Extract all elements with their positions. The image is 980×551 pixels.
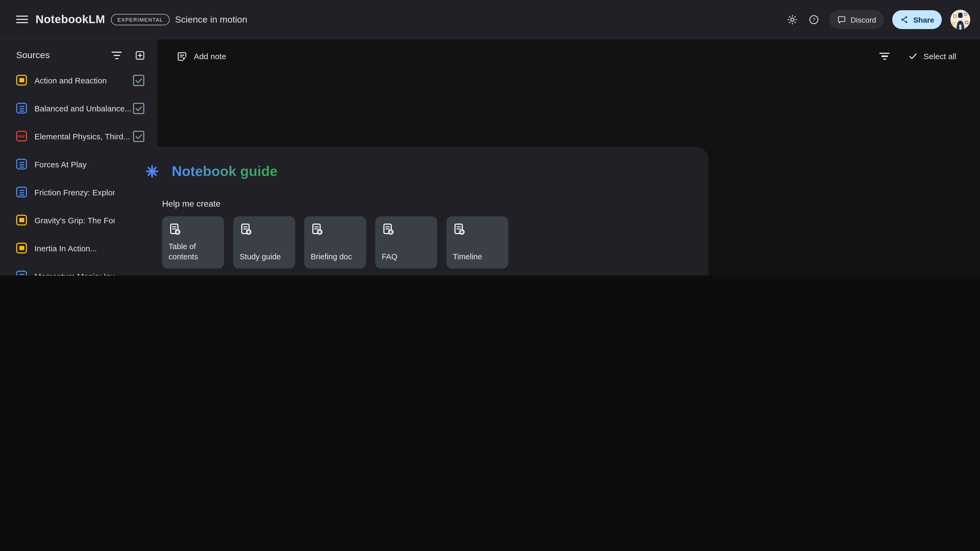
source-checkbox[interactable] [133, 103, 144, 114]
main-area: Add note Select all Notebook [157, 39, 980, 275]
source-label: Elemental Physics, Third... [35, 132, 133, 141]
create-button-label: Table of contents [169, 241, 218, 262]
sources-filter-icon[interactable] [111, 52, 122, 59]
topbar-actions: ? Discord Share [786, 0, 970, 39]
note-add-icon [453, 223, 466, 236]
svg-text:?: ? [813, 17, 816, 22]
create-button[interactable]: FAQ [375, 216, 437, 268]
chat-bubble-icon [837, 15, 846, 24]
source-type-icon [16, 159, 27, 170]
share-icon [900, 15, 909, 24]
notes-filter-icon[interactable] [879, 52, 889, 60]
source-type-icon [16, 271, 27, 275]
source-type-icon [16, 75, 27, 86]
notebook-guide-panel: Notebook guide Help me create [115, 147, 709, 275]
help-create-heading: Help me create [162, 199, 681, 209]
source-type-icon [16, 131, 27, 141]
app-logo: NotebookLM [35, 13, 105, 26]
source-type-icon [16, 103, 27, 114]
source-checkbox[interactable] [133, 75, 144, 86]
add-source-icon[interactable] [135, 50, 145, 61]
source-type-icon [16, 243, 27, 253]
source-row[interactable]: Elemental Physics, Third... [0, 122, 157, 150]
create-button-label: Briefing doc [311, 252, 360, 262]
sources-title: Sources [16, 50, 111, 61]
share-button[interactable]: Share [892, 10, 942, 29]
check-icon [908, 51, 918, 61]
create-button[interactable]: Timeline [446, 216, 508, 268]
guide-title-row: Notebook guide [145, 163, 681, 180]
avatar[interactable] [950, 10, 970, 30]
source-checkbox[interactable] [133, 130, 144, 142]
guide-spark-icon [145, 165, 159, 178]
notebooklm-app: NotebookLM EXPERIMENTAL Science in motio… [0, 0, 980, 275]
sources-header: Sources [0, 39, 157, 61]
note-add-icon [240, 223, 253, 236]
guide-title: Notebook guide [172, 163, 278, 180]
note-add-icon [382, 223, 395, 236]
create-button-label: Timeline [453, 252, 502, 262]
source-type-icon [16, 215, 27, 225]
notebook-title[interactable]: Science in motion [175, 0, 247, 39]
create-button[interactable]: Table of contents [162, 216, 224, 268]
create-button[interactable]: Briefing doc [304, 216, 366, 268]
source-row[interactable]: Balanced and Unbalance... [0, 94, 157, 122]
note-add-icon [311, 223, 324, 236]
theme-brightness-icon[interactable] [786, 13, 799, 26]
add-note-icon [177, 51, 188, 62]
create-buttons-row: Table of contents Study guide [162, 216, 681, 268]
discord-button[interactable]: Discord [829, 10, 884, 29]
select-all-button[interactable]: Select all [908, 51, 956, 61]
note-add-icon [169, 223, 181, 236]
hamburger-menu-icon[interactable] [16, 13, 28, 25]
create-button-label: Study guide [240, 252, 289, 262]
source-label: Action and Reaction [35, 76, 133, 85]
experimental-badge: EXPERIMENTAL [111, 14, 169, 25]
source-label: Balanced and Unbalance... [35, 103, 133, 113]
notes-toolbar: Add note Select all [157, 39, 980, 73]
create-button-label: FAQ [382, 252, 431, 262]
source-type-icon [16, 187, 27, 197]
add-note-button[interactable]: Add note [177, 51, 226, 62]
source-row[interactable]: Action and Reaction [0, 66, 157, 94]
create-button[interactable]: Study guide [233, 216, 295, 268]
help-icon[interactable]: ? [807, 13, 820, 26]
top-bar: NotebookLM EXPERIMENTAL Science in motio… [0, 0, 980, 39]
